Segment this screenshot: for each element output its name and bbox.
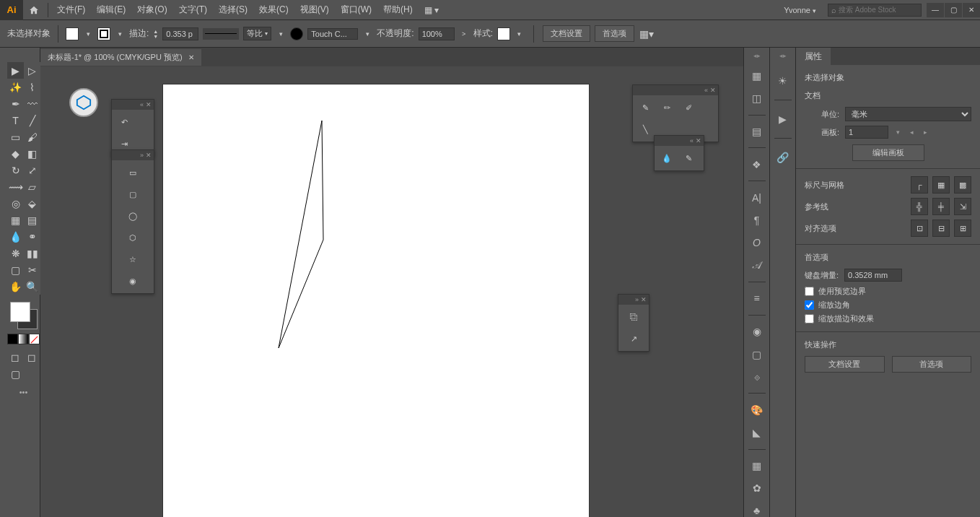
rotate-tool[interactable]: ↻ xyxy=(7,162,24,178)
strip2-collapse[interactable]: ◂▸ xyxy=(770,52,795,62)
strip-collapse[interactable]: ◂▸ xyxy=(744,52,769,59)
color-mode-solid[interactable] xyxy=(7,334,18,344)
transform-icon[interactable]: ⟐ xyxy=(748,370,766,383)
width-tool[interactable]: ⟿ xyxy=(7,178,24,195)
canvas[interactable]: «✕ ↶ ⇥ »✕ ▭ ▢ ◯ ⬡ ☆ ◉ »✕ xyxy=(40,66,743,517)
column-graph-tool[interactable]: ▮▮ xyxy=(24,245,40,261)
eyedrop-panel[interactable]: «✕ 💧 ✎ xyxy=(654,135,704,171)
panel-collapse-icon[interactable]: » xyxy=(635,296,639,303)
color-mode-gradient[interactable] xyxy=(18,334,29,344)
mesh-tool[interactable]: ▦ xyxy=(7,212,24,228)
guides-show-icon[interactable]: ╬ xyxy=(911,198,928,215)
stroke-dropdown[interactable]: ▾ xyxy=(115,27,125,40)
shape-builder-tool[interactable]: ◎ xyxy=(7,195,24,212)
panel-close-icon[interactable]: ✕ xyxy=(710,87,716,94)
glyphs-icon[interactable]: 𝒜 xyxy=(748,259,766,271)
preferences-button[interactable]: 首选项 xyxy=(595,25,634,42)
fill-color-swatch[interactable] xyxy=(10,302,30,322)
search-box[interactable]: ⌕ xyxy=(828,4,922,17)
appearance2-icon[interactable]: ☀ xyxy=(774,72,792,90)
draw-normal[interactable]: ◻ xyxy=(7,349,24,365)
home-icon[interactable] xyxy=(23,5,45,15)
snap-pixel-icon[interactable]: ⊡ xyxy=(911,220,928,237)
menu-object[interactable]: 对象(O) xyxy=(131,4,172,16)
eyedropper-icon[interactable]: 💧 xyxy=(659,150,675,166)
properties-tab[interactable]: 属性 xyxy=(796,48,831,66)
shape-panel[interactable]: »✕ ▭ ▢ ◯ ⬡ ☆ ◉ xyxy=(111,149,154,294)
ruler-icon[interactable]: ┌ xyxy=(911,176,928,194)
plugin-badge-icon[interactable] xyxy=(69,88,98,117)
tab-close-icon[interactable]: ✕ xyxy=(188,53,194,61)
shape-flare-icon[interactable]: ◉ xyxy=(125,273,141,289)
zoom-tool[interactable]: 🔍 xyxy=(24,278,40,295)
scale-strokes-checkbox[interactable]: 缩放描边和效果 xyxy=(805,313,971,324)
eyedropper-tool[interactable]: 💧 xyxy=(7,228,24,245)
gradient-tool[interactable]: ▤ xyxy=(24,212,40,228)
stroke-up[interactable]: ▲ xyxy=(153,29,158,34)
rectangle-tool[interactable]: ▭ xyxy=(7,129,24,145)
brush1-icon[interactable]: ✎ xyxy=(637,100,653,116)
grid-icon[interactable]: ▦ xyxy=(932,176,950,194)
shape-polygon-icon[interactable]: ⬡ xyxy=(125,230,141,246)
selection-tool[interactable]: ▶ xyxy=(7,62,24,79)
scale-tool[interactable]: ⤢ xyxy=(24,162,40,178)
eraser-tool[interactable]: ◧ xyxy=(24,145,40,162)
smart-guides-icon[interactable]: ⇲ xyxy=(954,198,971,215)
toolbox-options[interactable]: ••• xyxy=(7,388,40,396)
measure-icon[interactable]: ✎ xyxy=(681,150,696,166)
edit-artboards-button[interactable]: 编辑画板 xyxy=(852,144,924,161)
style-swatch[interactable] xyxy=(497,27,510,40)
opacity-dd[interactable]: > xyxy=(459,27,469,40)
history-panel[interactable]: «✕ ↶ ⇥ xyxy=(111,99,154,157)
user-menu[interactable]: Yvonne ▾ xyxy=(776,6,823,14)
appearance-icon[interactable]: ◉ xyxy=(748,326,766,338)
shape-ellipse-icon[interactable]: ◯ xyxy=(125,208,141,224)
artboard-dd[interactable]: ▾ xyxy=(894,129,902,136)
document-setup-button[interactable]: 文档设置 xyxy=(543,25,590,42)
shape-star-icon[interactable]: ☆ xyxy=(125,251,141,267)
panel-close-icon[interactable]: ✕ xyxy=(641,296,647,303)
panel-collapse-icon[interactable]: « xyxy=(704,87,708,94)
pen-tool[interactable]: ✒ xyxy=(7,95,24,112)
color-swatches[interactable] xyxy=(7,299,40,332)
snap-grid-icon[interactable]: ⊞ xyxy=(954,220,971,237)
lasso-tool[interactable]: ⌇ xyxy=(24,79,40,95)
menu-help[interactable]: 帮助(H) xyxy=(377,4,419,16)
window-minimize[interactable]: — xyxy=(927,3,944,17)
artboard-prev[interactable]: ◂ xyxy=(908,129,916,136)
snap-point-icon[interactable]: ⊟ xyxy=(932,220,950,237)
search-input[interactable] xyxy=(839,6,911,14)
preview-bounds-checkbox[interactable]: 使用预览边界 xyxy=(805,286,971,297)
blend-tool[interactable]: ⚭ xyxy=(24,228,40,245)
swatches-icon[interactable]: ▦ xyxy=(748,459,766,472)
workspace-switcher[interactable]: ▦ ▾ xyxy=(419,5,445,15)
window-maximize[interactable]: ▢ xyxy=(945,3,962,17)
align-icon[interactable]: ▦ xyxy=(748,69,766,82)
menu-view[interactable]: 视图(V) xyxy=(294,4,335,16)
stroke-panel-icon[interactable]: ≡ xyxy=(748,292,766,305)
brush-select[interactable]: Touch C... xyxy=(307,28,358,40)
scale-corners-checkbox[interactable]: 缩放边角 xyxy=(805,300,971,310)
free-transform-tool[interactable]: ▱ xyxy=(24,178,40,195)
brush-panel[interactable]: «✕ ✎ ✏ ✐ ╲ xyxy=(632,84,719,142)
menu-window[interactable]: 窗口(W) xyxy=(335,4,377,16)
fill-swatch[interactable] xyxy=(66,27,79,40)
guides-lock-icon[interactable]: ╪ xyxy=(932,198,950,215)
brush2-icon[interactable]: ✏ xyxy=(659,100,675,116)
layers-icon[interactable]: ❖ xyxy=(748,158,766,170)
fill-dropdown[interactable]: ▾ xyxy=(83,27,93,40)
artboard-input[interactable] xyxy=(845,126,888,139)
qa-prefs-button[interactable]: 首选项 xyxy=(892,356,972,373)
shape-rectangle-icon[interactable]: ▭ xyxy=(125,165,141,181)
transparency-grid-icon[interactable]: ▩ xyxy=(954,176,971,194)
panel-close-icon[interactable]: ✕ xyxy=(146,101,152,108)
menu-effect[interactable]: 效果(C) xyxy=(253,4,294,16)
qa-doc-setup-button[interactable]: 文档设置 xyxy=(805,356,885,373)
shape-rounded-icon[interactable]: ▢ xyxy=(125,186,141,202)
play-icon[interactable]: ▶ xyxy=(774,110,792,128)
symbols-icon[interactable]: ✿ xyxy=(748,482,766,495)
panel-collapse-icon[interactable]: « xyxy=(140,101,144,108)
asset-export-icon[interactable]: ⿻ xyxy=(626,309,642,325)
line-tool[interactable]: ╱ xyxy=(24,112,40,129)
color-guide-icon[interactable]: ◣ xyxy=(748,426,766,438)
